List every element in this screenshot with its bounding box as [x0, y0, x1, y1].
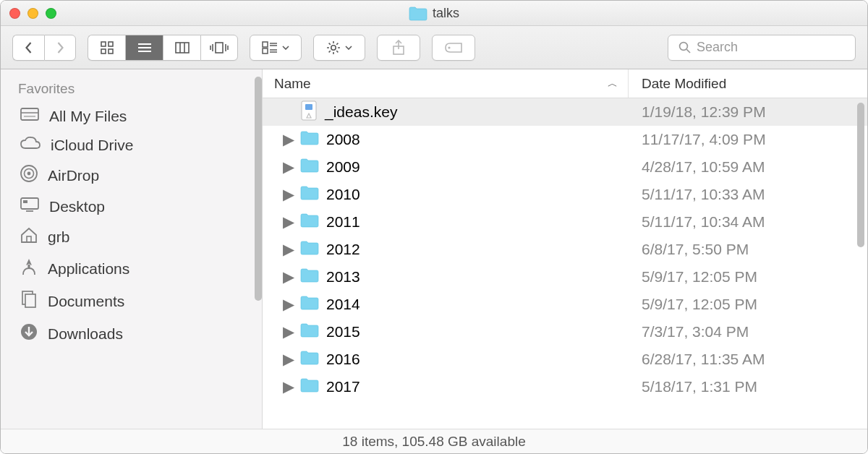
name-cell: ▶2011: [263, 213, 629, 231]
disclosure-triangle-icon[interactable]: ▶: [284, 323, 293, 340]
keynote-file-icon: [300, 100, 318, 124]
action-button[interactable]: [313, 35, 365, 61]
zoom-window-button[interactable]: [46, 8, 56, 19]
sidebar-item-documents[interactable]: Documents: [11, 285, 258, 317]
icloud-icon: [20, 136, 41, 154]
sidebar-item-apps[interactable]: Applications: [11, 252, 258, 285]
chevron-left-icon: [24, 41, 33, 54]
forward-button[interactable]: [44, 35, 76, 61]
folder-icon: [300, 295, 319, 314]
all-files-icon: [20, 106, 40, 126]
sidebar-item-desktop[interactable]: Desktop: [11, 192, 258, 221]
date-cell: 5/18/17, 1:31 PM: [629, 378, 867, 395]
back-button[interactable]: [12, 35, 44, 61]
column-date-header[interactable]: Date Modified: [629, 69, 867, 98]
svg-rect-41: [21, 198, 38, 209]
svg-line-27: [336, 51, 338, 52]
sidebar-item-downloads[interactable]: Downloads: [11, 317, 258, 350]
date-cell: 6/8/17, 5:50 PM: [629, 241, 867, 258]
disclosure-triangle-icon[interactable]: ▶: [284, 351, 293, 368]
file-name: _ideas.key: [325, 103, 397, 121]
folder-row[interactable]: ▶20094/28/17, 10:59 AM: [263, 153, 867, 181]
file-list[interactable]: _ideas.key1/19/18, 12:39 PM▶200811/17/17…: [263, 98, 867, 429]
svg-line-34: [686, 49, 690, 53]
disclosure-triangle-icon[interactable]: ▶: [284, 213, 293, 231]
documents-icon: [20, 290, 38, 312]
disclosure-triangle-icon[interactable]: ▶: [284, 378, 293, 395]
window-title-text: talks: [433, 6, 459, 21]
folder-icon: [300, 213, 319, 231]
sidebar-item-house[interactable]: grb: [11, 221, 258, 252]
svg-rect-2: [101, 49, 106, 53]
filelist-scrollbar[interactable]: [857, 103, 864, 247]
folder-row[interactable]: ▶20115/11/17, 10:34 AM: [263, 208, 867, 236]
svg-point-40: [27, 172, 31, 176]
tags-button[interactable]: [432, 35, 475, 61]
sidebar-item-label: grb: [48, 228, 69, 246]
minimize-window-button[interactable]: [27, 8, 38, 19]
file-row[interactable]: _ideas.key1/19/18, 12:39 PM: [263, 98, 867, 126]
folder-row[interactable]: ▶20105/11/17, 10:33 AM: [263, 181, 867, 208]
sidebar-item-airdrop[interactable]: AirDrop: [11, 159, 258, 192]
svg-rect-15: [263, 42, 268, 47]
file-name: 2008: [326, 131, 360, 148]
date-cell: 5/11/17, 10:33 AM: [629, 186, 867, 203]
main-pane: Name ︿ Date Modified _ideas.key1/19/18, …: [263, 69, 867, 429]
disclosure-triangle-icon[interactable]: ▶: [284, 186, 293, 203]
close-window-button[interactable]: [9, 8, 20, 19]
folder-row[interactable]: ▶20166/28/17, 11:35 AM: [263, 346, 867, 373]
airdrop-icon: [20, 164, 38, 187]
date-cell: 4/28/17, 10:59 AM: [629, 158, 867, 176]
name-cell: ▶2008: [263, 130, 629, 149]
sidebar-item-all-files[interactable]: All My Files: [11, 101, 258, 131]
svg-rect-7: [176, 43, 189, 53]
sidebar-scrollbar[interactable]: [255, 77, 262, 301]
folder-row[interactable]: ▶20145/9/17, 12:05 PM: [263, 291, 867, 318]
name-cell: ▶2010: [263, 185, 629, 204]
name-cell: ▶2014: [263, 295, 629, 314]
svg-rect-16: [263, 48, 268, 53]
folder-icon: [300, 267, 319, 286]
file-name: 2017: [326, 378, 360, 395]
svg-rect-51: [305, 104, 312, 110]
folder-row[interactable]: ▶200811/17/17, 4:09 PM: [263, 126, 867, 153]
name-cell: ▶2013: [263, 267, 629, 286]
traffic-lights: [9, 8, 56, 19]
disclosure-triangle-icon[interactable]: ▶: [284, 158, 293, 176]
toolbar: Search: [1, 26, 867, 69]
file-name: 2015: [326, 323, 360, 340]
disclosure-triangle-icon[interactable]: ▶: [284, 268, 293, 286]
list-view-button[interactable]: [125, 35, 163, 61]
sidebar-item-icloud[interactable]: iCloud Drive: [11, 131, 258, 159]
search-field[interactable]: Search: [668, 35, 856, 61]
disclosure-triangle-icon[interactable]: ▶: [284, 241, 293, 258]
folder-icon: [300, 130, 319, 149]
folder-row[interactable]: ▶20126/8/17, 5:50 PM: [263, 236, 867, 263]
sort-ascending-icon: ︿: [608, 77, 618, 90]
folder-row[interactable]: ▶20175/18/17, 1:31 PM: [263, 373, 867, 401]
coverflow-view-button[interactable]: [200, 35, 238, 61]
disclosure-triangle-icon[interactable]: ▶: [284, 131, 293, 148]
folder-icon: [300, 185, 319, 204]
file-name: 2016: [326, 351, 360, 368]
file-name: 2011: [326, 213, 360, 231]
icon-view-button[interactable]: [88, 35, 125, 61]
share-button[interactable]: [377, 35, 420, 61]
disclosure-triangle-icon[interactable]: ▶: [284, 296, 293, 313]
sidebar-item-label: Desktop: [49, 198, 105, 215]
titlebar[interactable]: talks: [1, 1, 867, 26]
chevron-down-icon: [282, 46, 289, 50]
folder-row[interactable]: ▶20157/3/17, 3:04 PM: [263, 318, 867, 346]
file-name: 2013: [326, 268, 360, 286]
column-name-header[interactable]: Name ︿: [263, 69, 629, 98]
file-name: 2009: [326, 158, 360, 176]
sidebar-item-label: All My Files: [49, 108, 127, 125]
columns-icon: [174, 42, 190, 53]
arrange-button[interactable]: [250, 35, 302, 61]
folder-row[interactable]: ▶20135/9/17, 12:05 PM: [263, 263, 867, 291]
name-cell: ▶2015: [263, 322, 629, 341]
svg-rect-3: [109, 49, 113, 53]
grid-icon: [100, 40, 114, 55]
column-view-button[interactable]: [163, 35, 200, 61]
svg-point-21: [331, 45, 336, 49]
